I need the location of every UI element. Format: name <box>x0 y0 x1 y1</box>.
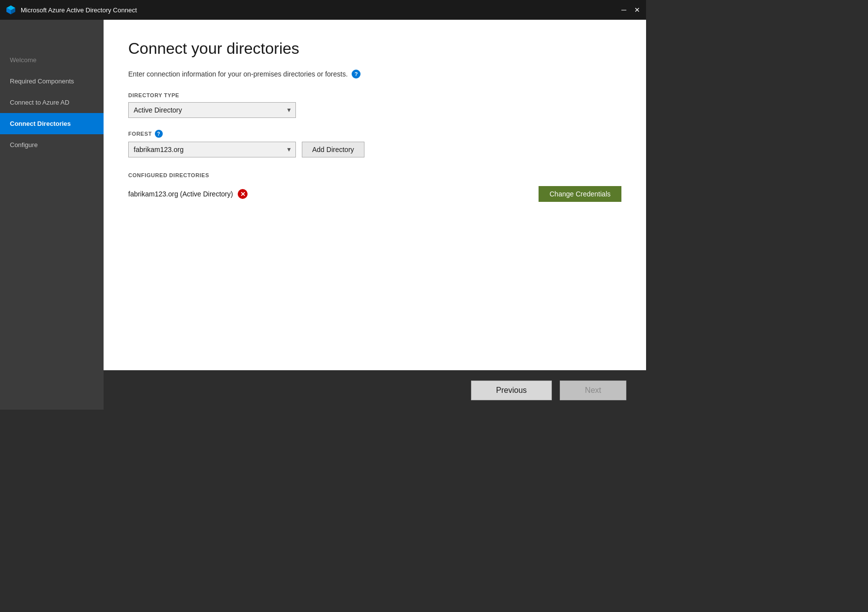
forest-section: FOREST ? fabrikam123.org ▼ Add Directory <box>128 130 621 157</box>
sidebar-item-connect-directories[interactable]: Connect Directories <box>0 113 104 134</box>
change-credentials-button[interactable]: Change Credentials <box>539 186 621 202</box>
directory-type-dropdown-wrapper: Active Directory ▼ <box>128 102 296 118</box>
previous-button[interactable]: Previous <box>471 381 552 400</box>
sidebar: Welcome Required Components Connect to A… <box>0 20 104 410</box>
add-directory-button[interactable]: Add Directory <box>302 142 364 157</box>
directory-type-label: DIRECTORY TYPE <box>128 92 621 98</box>
content-body: Connect your directories Enter connectio… <box>104 20 646 370</box>
page-title: Connect your directories <box>128 39 621 58</box>
directory-type-section: DIRECTORY TYPE Active Directory ▼ <box>128 92 621 118</box>
sidebar-item-configure[interactable]: Configure <box>0 134 104 155</box>
forest-help-icon[interactable]: ? <box>155 130 163 138</box>
titlebar: Microsoft Azure Active Directory Connect… <box>0 0 646 20</box>
main-window: Welcome Required Components Connect to A… <box>0 20 646 410</box>
configured-directories-section: CONFIGURED DIRECTORIES fabrikam123.org (… <box>128 172 621 204</box>
configured-item-name: fabrikam123.org (Active Directory) <box>128 190 233 198</box>
configured-directory-item: fabrikam123.org (Active Directory) ✕ Cha… <box>128 184 621 204</box>
content-area: Connect your directories Enter connectio… <box>104 20 646 410</box>
sidebar-item-welcome[interactable]: Welcome <box>0 49 104 71</box>
bottom-bar: Previous Next <box>104 370 646 410</box>
error-icon: ✕ <box>238 189 248 199</box>
sidebar-item-connect-azure-ad[interactable]: Connect to Azure AD <box>0 92 104 113</box>
sidebar-item-required-components[interactable]: Required Components <box>0 71 104 92</box>
forest-dropdown[interactable]: fabrikam123.org <box>128 142 296 157</box>
forest-label: FOREST ? <box>128 130 621 138</box>
description-help-icon[interactable]: ? <box>352 70 361 78</box>
app-logo <box>6 5 16 15</box>
configured-directories-label: CONFIGURED DIRECTORIES <box>128 172 621 178</box>
close-button[interactable]: ✕ <box>634 6 640 14</box>
window-controls: ─ ✕ <box>621 6 640 14</box>
titlebar-title: Microsoft Azure Active Directory Connect <box>21 6 616 14</box>
forest-row: fabrikam123.org ▼ Add Directory <box>128 142 621 157</box>
directory-type-dropdown[interactable]: Active Directory <box>128 102 296 118</box>
next-button[interactable]: Next <box>560 381 626 400</box>
forest-dropdown-wrapper: fabrikam123.org ▼ <box>128 142 296 157</box>
minimize-button[interactable]: ─ <box>621 6 626 14</box>
configured-item-left: fabrikam123.org (Active Directory) ✕ <box>128 189 248 199</box>
page-description: Enter connection information for your on… <box>128 70 621 78</box>
